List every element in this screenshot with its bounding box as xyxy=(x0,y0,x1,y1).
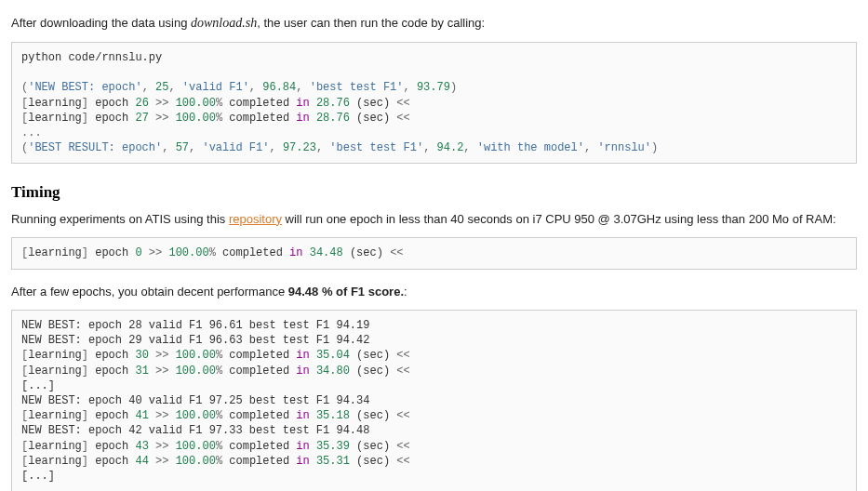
text: completed xyxy=(222,349,296,362)
string: 'NEW BEST: epoch' xyxy=(28,81,141,94)
number: 26 xyxy=(135,97,148,110)
number: 100.00 xyxy=(176,455,216,468)
keyword-in: in xyxy=(296,455,309,468)
text xyxy=(310,455,316,468)
arrow: >> xyxy=(149,440,176,453)
text: epoch xyxy=(88,409,135,422)
ellipsis: ... xyxy=(21,126,42,139)
learning-tag: learning xyxy=(28,409,82,422)
string: 'with the model' xyxy=(477,141,584,154)
keyword-in: in xyxy=(289,246,302,259)
arrow: >> xyxy=(149,409,176,422)
percent: % xyxy=(209,246,216,259)
percent: % xyxy=(216,440,222,453)
comma: , xyxy=(142,81,155,94)
result-line: NEW BEST: epoch 42 valid F1 97.33 best t… xyxy=(21,424,369,437)
string: 'rnnslu' xyxy=(597,141,651,154)
timing-heading: Timing xyxy=(11,180,857,205)
intro-prefix: After downloading the data using xyxy=(11,16,191,30)
download-script-name: download.sh xyxy=(191,16,257,30)
text xyxy=(310,365,316,378)
text: epoch xyxy=(88,349,135,362)
number: 35.18 xyxy=(316,409,350,422)
arrow: >> xyxy=(149,349,176,362)
paren: ) xyxy=(651,141,658,154)
text: epoch xyxy=(88,455,135,468)
text: epoch xyxy=(88,97,135,110)
comma: , xyxy=(316,141,329,154)
number: 57 xyxy=(176,141,189,154)
text: (sec) xyxy=(350,440,396,453)
arrow: << xyxy=(396,409,409,422)
number: 94.2 xyxy=(437,141,464,154)
arrow: >> xyxy=(149,97,176,110)
arrow: << xyxy=(396,349,409,362)
percent: % xyxy=(216,97,222,110)
string: 'valid F1' xyxy=(202,141,269,154)
number: 30 xyxy=(135,349,148,362)
repository-link[interactable]: repository xyxy=(229,212,282,226)
string: 'best test F1' xyxy=(310,81,404,94)
learning-tag: learning xyxy=(28,112,82,125)
number: 27 xyxy=(135,112,148,125)
timing-text-b: will run one epoch in less than 40 secon… xyxy=(282,212,836,226)
code-block-results: NEW BEST: epoch 28 valid F1 96.61 best t… xyxy=(11,310,857,491)
arrow: << xyxy=(396,440,409,453)
text: completed xyxy=(216,246,289,259)
text: (sec) xyxy=(343,246,390,259)
bracket: ] xyxy=(82,409,88,422)
string: 'BEST RESULT: epoch' xyxy=(28,141,162,154)
text xyxy=(310,112,316,125)
code-block-timing: [learning] epoch 0 >> 100.00% completed … xyxy=(11,237,857,269)
number: 35.39 xyxy=(316,440,350,453)
bracket: ] xyxy=(82,97,88,110)
bracket: ] xyxy=(82,440,88,453)
number: 31 xyxy=(135,365,148,378)
text xyxy=(310,409,316,422)
learning-tag: learning xyxy=(28,440,82,453)
result-line: NEW BEST: epoch 28 valid F1 96.61 best t… xyxy=(21,319,369,332)
text: completed xyxy=(222,455,296,468)
comma: , xyxy=(584,141,597,154)
after-suffix: : xyxy=(404,285,407,299)
learning-tag: learning xyxy=(28,455,82,468)
comma: , xyxy=(189,141,202,154)
text xyxy=(303,246,310,259)
keyword-in: in xyxy=(296,112,309,125)
text: completed xyxy=(222,112,296,125)
number: 100.00 xyxy=(176,365,216,378)
comma: , xyxy=(269,141,282,154)
text: (sec) xyxy=(350,97,396,110)
ellipsis-line: [...] xyxy=(21,470,55,483)
comma: , xyxy=(249,81,262,94)
keyword-in: in xyxy=(296,97,309,110)
after-bold: 94.48 % of F1 score. xyxy=(288,285,404,299)
keyword-in: in xyxy=(296,365,309,378)
number: 100.00 xyxy=(168,246,208,259)
text: (sec) xyxy=(350,112,396,125)
number: 0 xyxy=(135,246,141,259)
text: completed xyxy=(222,365,296,378)
arrow: << xyxy=(396,365,409,378)
number: 35.31 xyxy=(316,455,350,468)
number: 100.00 xyxy=(176,97,216,110)
arrow: >> xyxy=(149,365,176,378)
intro-suffix: , the user can then run the code by call… xyxy=(257,16,485,30)
result-line: NEW BEST: epoch 40 valid F1 97.25 best t… xyxy=(21,394,369,407)
percent: % xyxy=(216,349,222,362)
string: 'best test F1' xyxy=(329,141,423,154)
learning-tag: learning xyxy=(28,246,82,259)
arrow: << xyxy=(396,97,409,110)
after-prefix: After a few epochs, you obtain decent pe… xyxy=(11,285,288,299)
keyword-in: in xyxy=(296,349,309,362)
text: (sec) xyxy=(350,455,396,468)
text: epoch xyxy=(88,246,135,259)
arrow: >> xyxy=(149,455,176,468)
number: 28.76 xyxy=(316,112,350,125)
number: 28.76 xyxy=(316,97,350,110)
number: 100.00 xyxy=(176,409,216,422)
paren: ) xyxy=(450,81,457,94)
number: 44 xyxy=(135,455,148,468)
code-block-run: python code/rnnslu.py ('NEW BEST: epoch'… xyxy=(11,42,857,164)
arrow: << xyxy=(390,246,403,259)
